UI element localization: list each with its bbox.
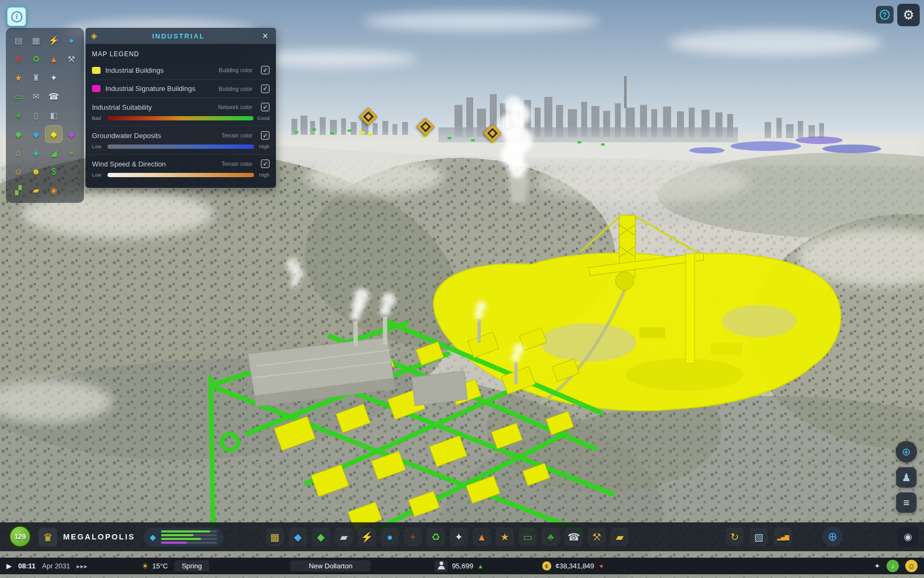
infoview-economy[interactable]: ◢: [45, 144, 62, 161]
infoview-land-value[interactable]: ⌂: [10, 144, 27, 161]
infoview-transportation[interactable]: ▭: [10, 88, 27, 105]
infoview-waste[interactable]: ▯: [28, 107, 44, 124]
legend-checkbox[interactable]: ✓: [261, 131, 270, 140]
infoview-services-icon: ▦: [32, 36, 40, 45]
infoview-police[interactable]: ★: [10, 70, 27, 86]
gradient-bar: [107, 144, 254, 149]
infoview-buildings[interactable]: ▤: [10, 32, 27, 49]
milestone-progress-widget[interactable]: ◆: [143, 528, 224, 546]
infoview-industrial-zones[interactable]: ◆: [45, 126, 62, 142]
infoview-signature[interactable]: ◈: [28, 144, 44, 161]
close-button[interactable]: ×: [260, 31, 271, 41]
infoview-happiness[interactable]: ☺: [10, 163, 27, 180]
infoview-happiness-icon: ☺: [14, 168, 22, 176]
reward-icon[interactable]: ✦: [874, 562, 880, 570]
settings-button[interactable]: ⚙: [897, 4, 920, 26]
happiness-button[interactable]: ☺: [905, 560, 918, 572]
healthcare-tool[interactable]: +: [404, 528, 422, 546]
infoview-agriculture[interactable]: ♠: [63, 144, 80, 161]
map-tiles-button[interactable]: ▧: [750, 528, 768, 546]
infoview-office-zones[interactable]: ◆: [63, 126, 80, 142]
legend-checkbox[interactable]: ✓: [261, 66, 270, 74]
zoning-tool[interactable]: ▦: [266, 528, 284, 546]
infoview-communications[interactable]: ☎: [45, 88, 62, 105]
legend-label: Industrial Signature Buildings: [105, 85, 214, 93]
industrial-legend-panel: ◈ INDUSTRIAL × MAP LEGEND Industrial Bui…: [86, 28, 276, 188]
parks-tool[interactable]: ♣: [542, 528, 560, 546]
photo-mode-button[interactable]: ⊕: [822, 527, 843, 547]
infoview-economy-icon: ◢: [50, 149, 57, 157]
scale-max-label: High: [258, 143, 270, 149]
gradient-bar: [107, 116, 253, 120]
infoview-money[interactable]: $: [45, 163, 62, 180]
infoview-administration[interactable]: ♜: [28, 70, 44, 86]
district-name[interactable]: New Dollarton: [290, 560, 371, 572]
camera-button[interactable]: ◉: [897, 527, 919, 547]
infoview-noise-icon: ◧: [50, 111, 58, 120]
transport-tool[interactable]: ▭: [519, 528, 537, 546]
infoview-electricity[interactable]: ⚡: [45, 32, 62, 49]
panel-title: INDUSTRIAL: [102, 32, 256, 40]
infoview-services[interactable]: ▦: [28, 32, 44, 49]
infoview-residential-zones[interactable]: ◆: [10, 126, 27, 142]
legend-color-type: Terrain color: [221, 132, 252, 139]
fire-rescue-tool[interactable]: ▲: [473, 528, 491, 546]
map-tiles-button-icon: ▧: [754, 532, 764, 542]
xp-level-badge[interactable]: 129: [9, 525, 32, 548]
money-indicator[interactable]: ¢ ¢38,341,849 ▼: [542, 561, 604, 571]
legend-row: Industrial SuitabilityNetwork color✓BadG…: [92, 97, 270, 126]
roads-tool[interactable]: ▰: [335, 528, 353, 546]
scale-min-label: Low: [92, 143, 104, 149]
legend-checkbox[interactable]: ✓: [261, 85, 270, 93]
infoview-wellbeing[interactable]: ☻: [28, 163, 44, 180]
map-overview-button[interactable]: ⊕: [896, 441, 917, 462]
areas-tool[interactable]: ◆: [289, 528, 307, 546]
garbage-tool[interactable]: ♻: [427, 528, 445, 546]
education-tool[interactable]: ✦: [450, 528, 468, 546]
infoview-vehicles[interactable]: ▰: [28, 182, 44, 199]
help-button[interactable]: ?: [876, 6, 894, 24]
chirper-button[interactable]: ♪: [887, 560, 899, 572]
infoview-water[interactable]: ●: [63, 32, 80, 49]
infoview-commercial-zones[interactable]: ◆: [28, 126, 44, 142]
statistics-button[interactable]: ▂▄▆: [774, 528, 792, 546]
infoview-resources[interactable]: ◉: [45, 182, 62, 199]
infoview-communications-icon: ☎: [49, 93, 59, 101]
infoview-wellbeing-icon: ☻: [32, 168, 41, 176]
infoviews-toggle-button[interactable]: i: [6, 6, 27, 27]
infoview-residential-zones-icon: ◆: [15, 130, 21, 139]
industrial-diamond-icon: ◈: [91, 31, 97, 41]
electricity-tool[interactable]: ⚡: [358, 528, 376, 546]
legend-checkbox[interactable]: ✓: [261, 159, 270, 168]
info-icon: i: [11, 11, 22, 22]
infoview-healthcare[interactable]: ⊛: [10, 51, 27, 67]
play-pause-button[interactable]: ▶: [6, 562, 12, 570]
police-tool[interactable]: ★: [496, 528, 514, 546]
infoview-panel: ▤▦⚡●⊛♻▲⚒★♜✦▭✉☎♣▯◧◆◆◆◆⌂◈◢♠☺☻$▞▰◉: [6, 28, 84, 203]
economy-panel-button[interactable]: ↻: [726, 528, 744, 546]
infoview-parks[interactable]: ♣: [10, 107, 27, 124]
milestones-button[interactable]: ♛: [38, 528, 57, 546]
infoview-education[interactable]: ✦: [45, 70, 62, 86]
infoview-fire-rescue[interactable]: ▲: [45, 51, 62, 67]
population-indicator[interactable]: 95,699 ▲: [435, 560, 483, 572]
infoview-maintenance-icon: ⚒: [67, 55, 75, 64]
legend-header: ◈ INDUSTRIAL ×: [86, 28, 276, 44]
infoview-maintenance[interactable]: ⚒: [63, 51, 80, 67]
citizens-button[interactable]: ♟: [896, 467, 917, 488]
statistics-button-icon: ▂▄▆: [777, 534, 789, 540]
infoview-garbage[interactable]: ♻: [28, 51, 44, 67]
infoview-noise[interactable]: ◧: [45, 107, 62, 124]
water-tool[interactable]: ●: [381, 528, 399, 546]
parks-tool-icon: ♣: [548, 532, 554, 542]
legend-checkbox[interactable]: ✓: [261, 103, 270, 111]
infoview-terrain[interactable]: ▞: [10, 182, 27, 199]
infoview-post[interactable]: ✉: [28, 88, 44, 105]
terraforming-tool[interactable]: ⚒: [588, 528, 606, 546]
speed-control[interactable]: ▸▸▸: [76, 562, 88, 570]
bulldozer-tool[interactable]: ▰: [611, 528, 629, 546]
journal-button[interactable]: ≡: [896, 492, 917, 513]
communications-tool[interactable]: ☎: [565, 528, 583, 546]
water-tool-icon: ●: [387, 532, 392, 542]
signature-areas-tool[interactable]: ◆: [312, 528, 330, 546]
